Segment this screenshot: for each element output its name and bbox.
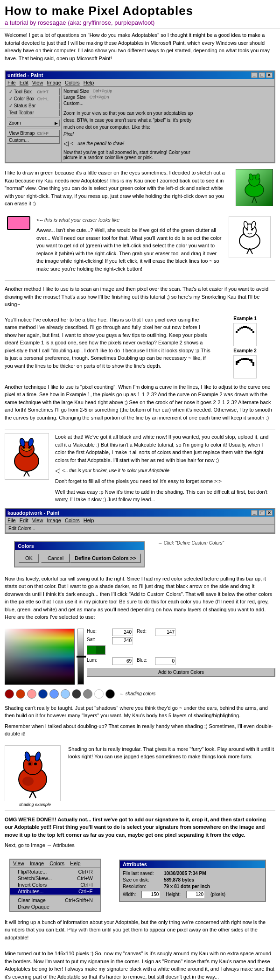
view-bitmap-item[interactable]: View Bitmap Ctrl+F: [7, 130, 60, 137]
swatch-blue[interactable]: [49, 689, 59, 699]
menu-view[interactable]: View: [32, 80, 43, 85]
img-menu-help[interactable]: Help: [70, 861, 81, 866]
menu-colors[interactable]: Colors: [65, 80, 80, 85]
blue-input[interactable]: [155, 658, 176, 665]
hue-input[interactable]: [112, 629, 133, 636]
eraser-content-row: <-- this is what your eraser looks like …: [5, 216, 275, 276]
file-saved-label: File last saved:: [123, 871, 160, 876]
swatch-dark-red[interactable]: [5, 689, 14, 699]
zoom-options-panel: Normal Size Ctrl+PgUp Large Size Ctrl+Pg…: [62, 87, 274, 162]
swatch-light-blue[interactable]: [61, 689, 70, 699]
another-method-section: Another method I like to use is to scan …: [0, 282, 280, 314]
svg-rect-35: [251, 359, 252, 361]
menu-image[interactable]: Image: [47, 80, 61, 85]
img-menu-image[interactable]: Image: [30, 861, 44, 866]
menu2-view[interactable]: View: [32, 518, 43, 523]
zoom-option-large: Large Size Ctrl+PgDn: [63, 95, 273, 100]
height-input[interactable]: [186, 891, 205, 898]
file-saved-row: File last saved: 10/30/2005 7:34 PM: [123, 871, 262, 876]
add-to-custom-button[interactable]: Add to Custom Colors: [87, 668, 275, 677]
swatch-red[interactable]: [16, 689, 25, 699]
menu2-colors[interactable]: Colors: [65, 518, 80, 523]
menu-separator: [10, 896, 100, 896]
close-button[interactable]: ✕: [266, 72, 273, 78]
divider-2: [5, 429, 275, 429]
click-define-text: Click "Define Custom Colors": [164, 540, 224, 546]
kau-outline-col: [229, 216, 275, 276]
subtitle: a tutorial by rosesagae (aka: gryffinros…: [5, 19, 275, 26]
zoom-item[interactable]: Zoom ▶: [7, 119, 60, 126]
menu-clear-image[interactable]: Clear Image Ctrl+Shift+N: [10, 897, 100, 903]
custom-item[interactable]: Custom...: [7, 137, 60, 144]
kau-sketch-green: [236, 169, 273, 206]
red-input[interactable]: [155, 629, 176, 636]
swatch-light-red[interactable]: [27, 689, 36, 699]
shading-layers-note: Shading on fur is really irregular. That…: [68, 745, 275, 761]
view-bitmap-shortcut: Ctrl+F: [37, 131, 58, 136]
lum-input[interactable]: [112, 658, 133, 665]
cancel-button[interactable]: Cancel: [41, 553, 70, 563]
menu2-help[interactable]: Help: [84, 518, 94, 523]
brightness-bar[interactable]: [77, 629, 84, 685]
attributes-title: Attributes: [123, 861, 147, 867]
attributes-shortcut: Ctrl+E: [78, 889, 93, 894]
file-saved-value: 10/30/2005 7:34 PM: [164, 871, 206, 876]
technique-section: Another technique I like to use is "pixe…: [0, 380, 280, 427]
svg-line-54: [29, 791, 33, 798]
close-btn-2[interactable]: ✕: [266, 510, 273, 516]
menu-stretch-skew[interactable]: Stretch/Skew... Ctrl+W: [10, 875, 100, 882]
tool-box-item[interactable]: ✓ Tool Box Ctrl+T: [7, 88, 60, 95]
color-box-label: ✓ Color Box: [9, 96, 35, 101]
svg-rect-19: [245, 326, 247, 328]
define-custom-button[interactable]: Define Custom Colors >>: [70, 553, 140, 563]
swatch-dark-blue[interactable]: [38, 689, 48, 699]
sat-input[interactable]: [112, 637, 133, 644]
width-input[interactable]: [141, 891, 160, 898]
status-bar-item[interactable]: ✓ Status Bar: [7, 102, 60, 109]
menu-help[interactable]: Help: [84, 80, 94, 85]
color-spectrum[interactable]: [5, 629, 75, 685]
menu-draw-opaque[interactable]: Draw Opaque: [10, 903, 100, 910]
minimize-btn-2[interactable]: _: [251, 510, 258, 516]
minimize-button[interactable]: _: [251, 72, 258, 78]
swatch-white[interactable]: [94, 689, 104, 699]
menu2-edit[interactable]: Edit: [20, 518, 28, 523]
menu-invert-colors[interactable]: Invert Colors Ctrl+I: [10, 882, 100, 888]
eraser-section: <-- this is what your eraser looks like …: [0, 213, 280, 279]
shading-examples-row: shading example Shading on fur is really…: [0, 743, 280, 809]
svg-rect-20: [247, 327, 249, 329]
attributes-titlebar: Attributes: [120, 861, 265, 868]
swatch-black[interactable]: [105, 689, 115, 699]
color-box-shortcut: Ctrl+L: [37, 97, 58, 101]
menu2-file[interactable]: File: [7, 518, 16, 523]
svg-rect-27: [238, 361, 239, 363]
flip-rotate-shortcut: Ctrl+R: [78, 869, 92, 875]
svg-rect-33: [249, 359, 251, 361]
maximize-button[interactable]: □: [259, 72, 265, 78]
ok-button[interactable]: OK: [19, 553, 39, 563]
hue-row: Hue: Red:: [87, 629, 275, 636]
menu-edit[interactable]: Edit: [20, 80, 28, 85]
svg-line-44: [24, 471, 27, 476]
paint-window-2: kauadoptwork - Paint _ □ ✕ File Edit Vie…: [5, 508, 275, 534]
menu-attributes[interactable]: Attributes... Ctrl+E: [10, 888, 100, 895]
draw-opaque-label: Draw Opaque: [18, 904, 49, 910]
menu2-image[interactable]: Image: [47, 518, 61, 523]
menu-file[interactable]: File: [7, 80, 16, 85]
img-menu-colors[interactable]: Colors: [49, 861, 64, 866]
color-box-item[interactable]: ✓ Color Box Ctrl+L: [7, 95, 60, 102]
color-picker-panel: Hue: Red: Sat: Lum: Blue: Add to Custom …: [0, 627, 280, 686]
colors-dialog-main-row: OK Cancel Define Custom Colors >>: [19, 553, 140, 563]
svg-rect-16: [239, 328, 241, 329]
done-section: OMG WE'RE DONE!!! Actually not... first …: [0, 813, 280, 855]
menu-flip-rotate[interactable]: Flip/Rotate... Ctrl+R: [10, 868, 100, 875]
swatch-gray[interactable]: [83, 689, 92, 699]
maximize-btn-2[interactable]: □: [259, 510, 265, 516]
resolution-row: Resolution: 79 x 81 dots per inch: [123, 884, 262, 889]
draw-note-row: ◁ <-- use the pencil to draw!: [63, 140, 273, 147]
img-menu-view[interactable]: View: [13, 861, 24, 866]
canvas-note-text: Mine turned out to be 146x110 pixels :) …: [5, 950, 275, 980]
swatch-dark-gray[interactable]: [72, 689, 81, 699]
sat-label: Sat:: [87, 637, 110, 644]
text-toolbar-item[interactable]: Text Toolbar: [7, 109, 60, 116]
